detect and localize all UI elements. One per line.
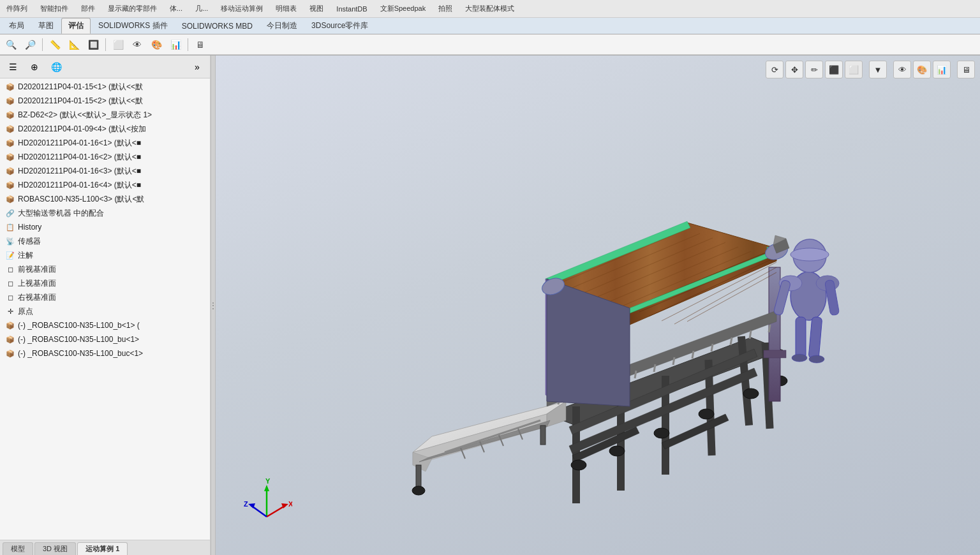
pencil-icon[interactable]: ✏ [805, 61, 823, 78]
tree-icon-right-plane: ◻ [5, 292, 15, 302]
svg-point-11 [571, 460, 586, 470]
panel-globe-icon[interactable]: 🌐 [47, 58, 65, 76]
tree-label-top-plane: 上视基准面 [18, 278, 56, 289]
rotate-icon[interactable]: ⟳ [766, 61, 783, 78]
svg-rect-73 [796, 317, 806, 359]
tab-layout[interactable]: 布局 [3, 18, 31, 33]
ribbon-item-bom[interactable]: 明细表 [272, 3, 301, 15]
box-icon[interactable]: ⬛ [825, 61, 843, 78]
tree-item-annotation[interactable]: 📝 注解 [0, 248, 210, 262]
tree-icon-robasc1: 📦 [5, 320, 15, 330]
tab-sw-mbd[interactable]: SOLIDWORKS MBD [175, 20, 259, 33]
ribbon-item-show-hide[interactable]: 显示藏的零部件 [104, 3, 161, 15]
tree-icon-item9: 📦 [5, 194, 15, 204]
ribbon-tabs: 布局 草图 评估 SOLIDWORKS 插件 SOLIDWORKS MBD 今日… [0, 18, 980, 34]
panel-menu-icon[interactable]: ☰ [4, 58, 22, 76]
view-cube-icon[interactable]: ⬜ [110, 36, 126, 53]
resize-handle[interactable] [211, 56, 216, 555]
tab-sketch[interactable]: 草图 [32, 18, 60, 33]
svg-point-13 [654, 428, 669, 438]
ribbon-item-body[interactable]: 体... [166, 3, 186, 15]
tree-item-origin[interactable]: ✛ 原点 [0, 304, 210, 318]
svg-line-44 [769, 325, 770, 332]
ribbon-item-part-array[interactable]: 件阵列 [3, 3, 31, 15]
panel-expand-icon[interactable]: » [188, 58, 206, 76]
ribbon-item-smart-fastener[interactable]: 智能扣件 [36, 3, 72, 15]
panel-crosshair-icon[interactable]: ⊕ [26, 58, 43, 76]
zoom-icon[interactable]: 🔎 [22, 36, 38, 53]
tree-item-robasc2[interactable]: 📦 (-) _ROBASC100-N35-L100_bu<1> [0, 332, 210, 346]
panel-icons: ☰ ⊕ 🌐 » [0, 56, 210, 78]
ribbon-item-geometry[interactable]: 几... [191, 3, 212, 15]
toolbar-gap [865, 61, 867, 78]
tab-model[interactable]: 模型 [3, 542, 33, 555]
chart2-icon[interactable]: 📊 [933, 61, 951, 78]
ribbon-item-speedpak[interactable]: 文新Speedpak [376, 3, 430, 15]
chart-icon[interactable]: 📊 [167, 36, 184, 53]
tree-item-item8[interactable]: 📦 HD20201211P04-01-16<4> (默认<■ [0, 178, 210, 192]
tab-3dview[interactable]: 3D 视图 [34, 542, 76, 555]
tree-label-item5: HD20201211P04-01-16<1> (默认<■ [18, 138, 141, 149]
tree-item-robasc1[interactable]: 📦 (-) _ROBASC100-N35-L100_b<1> ( [0, 318, 210, 332]
tree-item-mating[interactable]: 🔗 大型输送带机器 中的配合 [0, 206, 210, 220]
svg-line-42 [731, 337, 732, 345]
tree-item-item9[interactable]: 📦 ROBASC100-N35-L100<3> (默认<默 [0, 192, 210, 206]
tree-item-item1[interactable]: 📦 D20201211P04-01-15<1> (默认<<默 [0, 80, 210, 94]
tab-motion[interactable]: 运动算例 1 [77, 542, 128, 555]
svg-text:Z: Z [244, 500, 248, 508]
color2-icon[interactable]: 🎨 [913, 61, 931, 78]
ribbon-item-motion[interactable]: 移动运动算例 [217, 3, 267, 15]
tab-today-mfg[interactable]: 今日制造 [260, 18, 304, 33]
eye-icon[interactable]: 👁 [129, 36, 145, 53]
tree-item-item4[interactable]: 📦 D20201211P04-01-09<4> (默认<按加 [0, 122, 210, 136]
tree-item-item2[interactable]: 📦 D20201211P04-01-15<2> (默认<<默 [0, 94, 210, 108]
tree-icon-annotation: 📝 [5, 250, 15, 260]
svg-point-75 [792, 354, 807, 362]
search-icon[interactable]: 🔍 [3, 36, 19, 53]
render-icon[interactable]: 🔲 [85, 36, 101, 53]
monitor-icon[interactable]: 🖥 [192, 36, 209, 53]
ribbon-item-large-assembly[interactable]: 大型装配体模式 [461, 3, 518, 15]
ribbon-item-instantdb[interactable]: InstantDB [332, 4, 371, 14]
svg-rect-25 [540, 426, 546, 445]
svg-point-26 [412, 486, 425, 495]
tree-item-item3[interactable]: 📦 BZ-D62<2> (默认<<默认>_显示状态 1> [0, 108, 210, 122]
tree-item-right-plane[interactable]: ◻ 右视基准面 [0, 290, 210, 304]
eye2-icon[interactable]: 👁 [893, 61, 911, 78]
tree-item-robasc3[interactable]: 📦 (-) _ROBASC100-N35-L100_buc<1> [0, 346, 210, 360]
pan-icon[interactable]: ✥ [785, 61, 803, 78]
tree-label-item2: D20201211P04-01-15<2> (默认<<默 [18, 96, 143, 107]
ribbon-item-photo[interactable]: 拍照 [434, 3, 456, 15]
ribbon-item-component[interactable]: 部件 [77, 3, 99, 15]
tree-icon-origin: ✛ [5, 306, 15, 316]
tree-icon-item2: 📦 [5, 96, 15, 106]
tab-sw-plugins[interactable]: SOLIDWORKS 插件 [92, 18, 174, 33]
tree-item-top-plane[interactable]: ◻ 上视基准面 [0, 276, 210, 290]
display-icon[interactable]: 🖥 [957, 61, 975, 78]
tree-item-history[interactable]: 📋 History [0, 220, 210, 234]
tree-item-item6[interactable]: 📦 HD20201211P04-01-16<2> (默认<■ [0, 150, 210, 164]
tab-evaluate[interactable]: 评估 [61, 18, 91, 34]
tree-label-mating: 大型输送带机器 中的配合 [18, 208, 104, 219]
view-select-icon[interactable]: ▼ [869, 61, 887, 78]
svg-point-12 [609, 446, 625, 456]
3d-viewport[interactable]: ⟳ ✥ ✏ ⬛ ⬜ ▼ 👁 🎨 📊 🖥 [216, 56, 980, 555]
geometry-icon[interactable]: 📐 [66, 36, 82, 53]
model-container [216, 56, 980, 555]
tree-label-history: History [18, 223, 41, 232]
main-area: ☰ ⊕ 🌐 » 📦 D20201211P04-01-15<1> (默认<<默 📦… [0, 56, 980, 555]
tree-item-front-plane[interactable]: ◻ 前视基准面 [0, 262, 210, 276]
cube-icon[interactable]: ⬜ [845, 61, 863, 78]
tree-item-item7[interactable]: 📦 HD20201211P04-01-16<3> (默认<■ [0, 164, 210, 178]
measure-icon[interactable]: 📏 [47, 36, 63, 53]
color-icon[interactable]: 🎨 [148, 36, 165, 53]
svg-rect-18 [764, 350, 786, 358]
ribbon-item-view[interactable]: 视图 [306, 3, 327, 15]
svg-text:Y: Y [265, 478, 271, 485]
tree-item-sensor[interactable]: 📡 传感器 [0, 234, 210, 248]
3d-model-svg [292, 108, 904, 503]
tree-item-item5[interactable]: 📦 HD20201211P04-01-16<1> (默认<■ [0, 136, 210, 150]
left-panel: ☰ ⊕ 🌐 » 📦 D20201211P04-01-15<1> (默认<<默 📦… [0, 56, 211, 555]
tab-3dsource[interactable]: 3DSource零件库 [305, 18, 375, 33]
tree-label-sensor: 传感器 [18, 236, 41, 247]
